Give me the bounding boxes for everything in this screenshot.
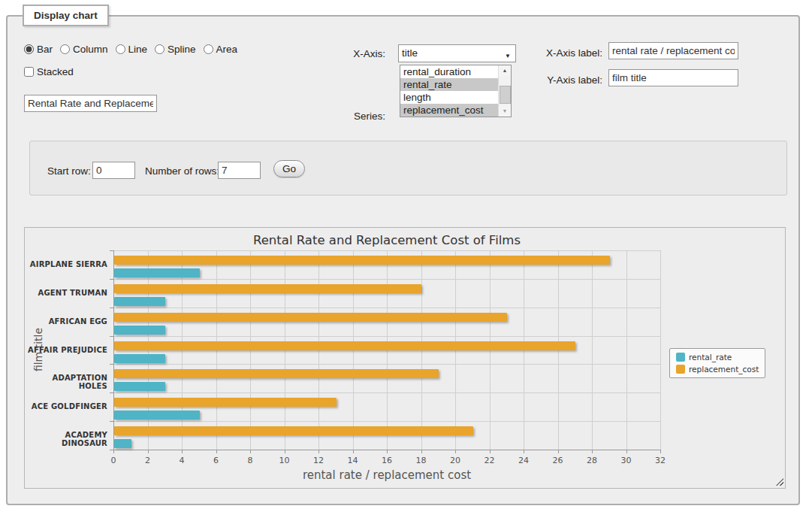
x-axis-tick <box>558 450 559 453</box>
bar-rental_rate[interactable] <box>114 382 165 391</box>
legend-swatch <box>676 353 685 362</box>
y-axis-tick <box>110 308 113 308</box>
series-multiselect: rental_duration rental_rate length repla… <box>400 65 512 117</box>
stacked-row: Stacked <box>24 66 74 77</box>
series-scrollbar[interactable]: ▲ ▼ <box>498 65 511 117</box>
scroll-up-icon[interactable]: ▲ <box>499 65 511 76</box>
bar-replacement_cost[interactable] <box>114 284 421 293</box>
x-axis-tick-label: 16 <box>376 456 398 465</box>
gridline-horizontal <box>114 279 661 280</box>
bar-rental_rate[interactable] <box>114 268 200 277</box>
radio-column[interactable] <box>60 44 70 54</box>
radio-bar[interactable] <box>24 44 34 54</box>
x-axis-select[interactable]: title ▼ <box>398 44 516 62</box>
radio-area-label[interactable]: Area <box>216 44 238 55</box>
y-axis-tick <box>110 279 113 280</box>
category-label: ACADEMY DINOSAUR <box>25 431 107 447</box>
x-axis-tick-label: 6 <box>205 456 228 465</box>
bar-rental_rate[interactable] <box>114 354 165 363</box>
gridline-horizontal <box>114 308 661 308</box>
y-axis-tick <box>110 336 113 337</box>
bar-rental_rate[interactable] <box>114 326 165 335</box>
x-axis-tick-label: 12 <box>307 456 330 465</box>
radio-area[interactable] <box>204 44 213 54</box>
bar-rental_rate[interactable] <box>114 411 200 420</box>
resize-handle-icon[interactable] <box>776 478 783 486</box>
bar-replacement_cost[interactable] <box>114 341 575 350</box>
bar-replacement_cost[interactable] <box>114 398 337 407</box>
x-axis-tick <box>455 450 456 453</box>
display-chart-fieldset: Display chart Bar Column Line Spline Are… <box>6 15 800 505</box>
fieldset-legend: Display chart <box>23 5 109 26</box>
num-rows-input[interactable] <box>218 162 261 179</box>
gridline-vertical <box>660 250 661 450</box>
chart-legend: rental_ratereplacement_cost <box>669 348 765 378</box>
y-axis-tick <box>110 421 113 422</box>
stacked-checkbox[interactable] <box>24 67 34 77</box>
go-button[interactable]: Go <box>273 160 305 177</box>
gridline-horizontal <box>114 392 661 393</box>
bar-replacement_cost[interactable] <box>114 256 610 265</box>
radio-spline-label[interactable]: Spline <box>168 44 196 55</box>
legend-item[interactable]: rental_rate <box>676 353 759 362</box>
category-label: AIRPLANE SIERRA <box>25 260 107 268</box>
x-axis-tick-label: 30 <box>615 456 638 465</box>
x-axis-tick <box>353 450 354 453</box>
num-rows-label: Number of rows: <box>145 165 219 177</box>
series-option[interactable]: replacement_cost <box>400 104 499 117</box>
bar-replacement_cost[interactable] <box>114 369 439 378</box>
x-axis-tick <box>524 450 524 453</box>
bar-replacement_cost[interactable] <box>114 426 473 435</box>
x-axis-tick-label: 22 <box>478 456 501 465</box>
chart-title-input[interactable] <box>24 95 157 112</box>
x-axis-label-input[interactable] <box>608 42 738 59</box>
x-axis-tick <box>660 450 661 453</box>
start-row-input[interactable] <box>92 162 135 179</box>
start-row-label: Start row: <box>47 165 91 177</box>
x-axis-tick <box>318 450 319 453</box>
x-axis-tick-label: 32 <box>649 456 672 465</box>
radio-line[interactable] <box>116 44 125 54</box>
bar-rental_rate[interactable] <box>114 439 131 448</box>
radio-column-label[interactable]: Column <box>73 44 108 55</box>
scrollbar-thumb[interactable] <box>500 86 511 104</box>
x-axis-tick-label: 2 <box>137 456 159 465</box>
series-option[interactable]: rental_duration <box>400 65 499 78</box>
y-axis-label-input[interactable] <box>608 69 738 86</box>
chart: Rental Rate and Replacement Cost of Film… <box>24 227 786 489</box>
category-label: ACE GOLDFINGER <box>25 402 107 411</box>
x-axis-tick <box>592 450 593 453</box>
legend-label: replacement_cost <box>689 365 759 374</box>
x-axis-tick <box>285 450 285 453</box>
gridline-horizontal <box>114 421 661 422</box>
x-axis-tick <box>216 450 217 453</box>
radio-line-label[interactable]: Line <box>128 44 148 55</box>
gridline-horizontal <box>114 364 661 365</box>
x-axis-tick <box>148 450 149 453</box>
series-option[interactable]: length <box>400 91 499 104</box>
bar-rental_rate[interactable] <box>114 297 165 306</box>
radio-bar-label[interactable]: Bar <box>37 44 53 55</box>
y-axis-tick <box>110 392 113 393</box>
y-axis-tick <box>110 450 113 450</box>
series-option[interactable]: rental_rate <box>400 78 499 91</box>
x-axis-tick-label: 24 <box>512 456 535 465</box>
gridline-horizontal <box>114 250 661 251</box>
radio-spline[interactable] <box>155 44 165 54</box>
chart-type-radio-group: Bar Column Line Spline Area <box>24 44 237 55</box>
legend-item[interactable]: replacement_cost <box>676 365 759 374</box>
category-label: AGENT TRUMAN <box>25 289 107 297</box>
y-axis-tick <box>110 364 113 365</box>
gridline-horizontal <box>114 336 661 337</box>
category-label: AFRICAN EGG <box>25 317 107 326</box>
dropdown-arrow-icon: ▼ <box>505 50 511 62</box>
x-axis-tick <box>387 450 388 453</box>
x-axis-tick-label: 10 <box>273 456 296 465</box>
scroll-down-icon[interactable]: ▼ <box>499 106 511 117</box>
chart-title: Rental Rate and Replacement Cost of Film… <box>113 233 660 247</box>
bar-replacement_cost[interactable] <box>114 313 507 322</box>
x-axis-tick-label: 18 <box>410 456 433 465</box>
stacked-label[interactable]: Stacked <box>37 66 74 77</box>
legend-label: rental_rate <box>689 353 732 362</box>
x-axis-tick-label: 14 <box>342 456 364 465</box>
